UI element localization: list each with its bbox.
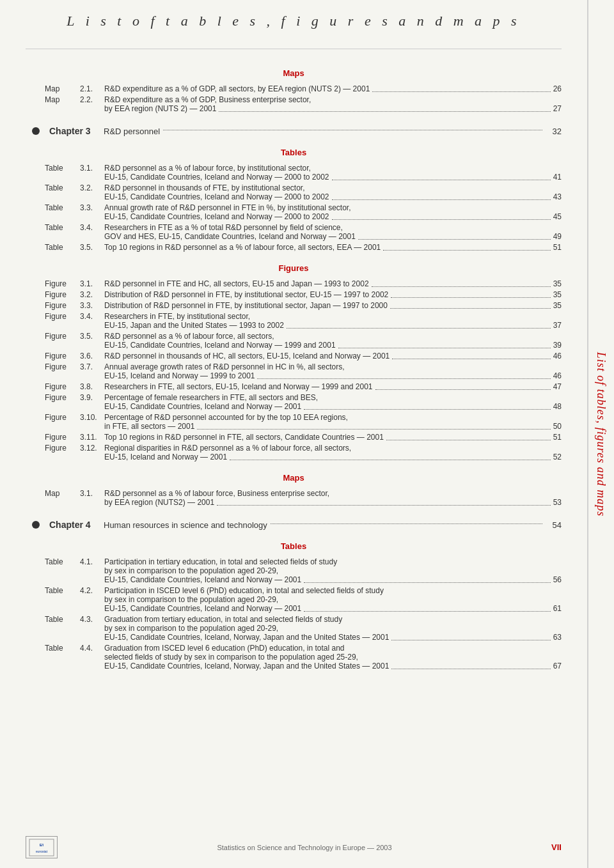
entry-desc2: EU-15, Japan and the United States — 199… [104, 321, 284, 330]
chapter-item-chapter-3: Chapter 3R&D personnel32 [26, 126, 562, 136]
entry-dots [304, 611, 550, 612]
footer-page-number: VII [551, 842, 562, 852]
chapter-page: 32 [546, 127, 562, 136]
entry-desc: R&D personnel as a % of labour force, by… [104, 164, 311, 173]
entry-page: 56 [553, 575, 562, 584]
entry-desc: R&D personnel as a % of labour force, al… [104, 332, 274, 341]
entry-desc3: EU-15, Candidate Countries, Iceland, Nor… [104, 662, 389, 670]
section-header-maps: Maps [26, 68, 562, 78]
entry-9: Table3.5.Top 10 regions in R&D personnel… [26, 243, 562, 252]
entry-desc2: by sex in comparison to the population a… [45, 566, 562, 575]
entry-dots [383, 250, 550, 251]
entry-desc: R&D personnel in FTE and HC, all sectors… [104, 279, 369, 288]
entry-dots [287, 328, 551, 329]
entry-7: Table3.3.Annual growth rate of R&D perso… [26, 203, 562, 221]
entry-desc: Graduation from tertiary education, in t… [104, 615, 342, 624]
entry-page: 53 [553, 498, 562, 507]
entry-desc2: EU-15, Candidate Countries, Iceland and … [104, 402, 301, 411]
entry-desc: Top 10 regions in R&D personnel in FTE, … [104, 433, 384, 442]
entry-desc2: EU-15, Candidate Countries, Iceland and … [104, 341, 336, 350]
entry-page: 67 [553, 662, 562, 670]
entry-19: Figure3.9.Percentage of female researche… [26, 393, 562, 411]
page-footer: E/\ eurostat Statistics on Science and T… [0, 836, 587, 858]
entry-type: Figure [45, 290, 80, 299]
entry-type: Map [45, 84, 80, 93]
entry-30: Table4.4.Graduation from ISCED level 6 e… [26, 644, 562, 670]
entry-dots [219, 111, 550, 112]
entry-number: 3.12. [80, 444, 104, 453]
main-content: L i s t o f t a b l e s , f i g u r e s … [0, 0, 587, 698]
entry-dots [358, 239, 551, 240]
svg-text:E/\: E/\ [40, 843, 44, 847]
entry-desc2: by sex in comparison to the population a… [45, 624, 562, 633]
entry-type: Figure [45, 332, 80, 341]
entry-desc2: EU-15, Candidate Countries, Iceland and … [104, 212, 329, 221]
entry-desc: R&D expenditure as a % of GDP, all secto… [104, 84, 370, 93]
entry-type: Map [45, 95, 80, 104]
entry-dots [217, 505, 551, 506]
entry-type: Figure [45, 362, 80, 371]
entry-desc2: by EEA region (NUTS 2) — 2001 [104, 104, 216, 113]
entry-type: Table [45, 586, 80, 595]
entry-type: Table [45, 164, 80, 173]
entry-number: 3.7. [80, 362, 104, 371]
section-header-figures: Figures [26, 263, 562, 273]
sections-container: MapsMap2.1.R&D expenditure as a % of GDP… [26, 68, 562, 670]
entry-number: 4.1. [80, 557, 104, 566]
entry-22: Figure3.12.Regional disparities in R&D p… [26, 444, 562, 461]
section-header-tables: Tables [26, 148, 562, 157]
entry-type: Table [45, 557, 80, 566]
entry-desc2: EU-15, Iceland and Norway — 2001 [104, 453, 227, 461]
chapter-dots [271, 523, 542, 524]
entry-desc: Annual growth rate of R&D personnel in F… [104, 203, 351, 212]
entry-28: Table4.2.Participation in ISCED level 6 … [26, 586, 562, 613]
entry-page: 50 [553, 422, 562, 431]
footer-logo: E/\ eurostat [26, 836, 58, 858]
chapter-title: R&D personnel [104, 127, 160, 136]
entry-type: Map [45, 489, 80, 498]
entry-15: Figure3.5.R&D personnel as a % of labour… [26, 332, 562, 350]
entry-17: Figure3.7.Annual average growth rates of… [26, 362, 562, 380]
entry-16: Figure3.6.R&D personnel in thousands of … [26, 352, 562, 360]
entry-number: 3.3. [80, 301, 104, 310]
entry-page: 35 [553, 301, 562, 310]
entry-6: Table3.2.R&D personnel in thousands of F… [26, 183, 562, 201]
entry-number: 3.8. [80, 382, 104, 391]
entry-desc3: EU-15, Candidate Countries, Iceland, Nor… [104, 633, 389, 642]
entry-29: Table4.3.Graduation from tertiary educat… [26, 615, 562, 642]
entry-dots [257, 378, 550, 379]
chapter-page: 54 [546, 520, 562, 530]
entry-desc: Graduation from ISCED level 6 education … [104, 644, 345, 653]
entry-2: Map2.2.R&D expenditure as a % of GDP, Bu… [26, 95, 562, 113]
entry-desc: R&D personnel as a % of labour force, Bu… [104, 489, 329, 498]
entry-20: Figure3.10.Percentage of R&D personnel a… [26, 413, 562, 431]
entry-number: 3.10. [80, 413, 104, 422]
entry-18: Figure3.8.Researchers in FTE, all sector… [26, 382, 562, 391]
entry-1: Map2.1.R&D expenditure as a % of GDP, al… [26, 84, 562, 93]
entry-type: Figure [45, 413, 80, 422]
entry-number: 3.4. [80, 312, 104, 321]
entry-number: 4.3. [80, 615, 104, 624]
entry-desc: Distribution of R&D personnel in FTE, by… [104, 301, 388, 310]
entry-desc2: selected fields of study by sex in compa… [45, 653, 562, 662]
entry-desc: R&D expenditure as a % of GDP, Business … [104, 95, 311, 104]
section-header-tables: Tables [26, 541, 562, 551]
entry-desc2: EU-15, Candidate Countries, Iceland and … [104, 192, 329, 201]
entry-desc: R&D personnel in thousands of HC, all se… [104, 352, 390, 360]
entry-desc2: EU-15, Iceland and Norway — 1999 to 2001 [104, 371, 255, 380]
entry-type: Table [45, 203, 80, 212]
entry-desc2: in FTE, all sectors — 2001 [104, 422, 194, 431]
eurostat-logo-icon: E/\ eurostat [29, 839, 54, 856]
entry-27: Table4.1.Participation in tertiary educa… [26, 557, 562, 584]
entry-page: 63 [553, 633, 562, 642]
entry-page: 46 [553, 371, 562, 380]
entry-page: 35 [553, 290, 562, 299]
entry-dots [332, 199, 551, 200]
entry-page: 26 [553, 84, 562, 93]
entry-12: Figure3.2.Distribution of R&D personnel … [26, 290, 562, 299]
entry-page: 41 [553, 173, 562, 182]
entry-8: Table3.4.Researchers in FTE as a % of to… [26, 223, 562, 241]
chapter-item-chapter-4: Chapter 4Human resources in science and … [26, 520, 562, 530]
entry-page: 51 [553, 243, 562, 252]
entry-page: 27 [553, 104, 562, 113]
